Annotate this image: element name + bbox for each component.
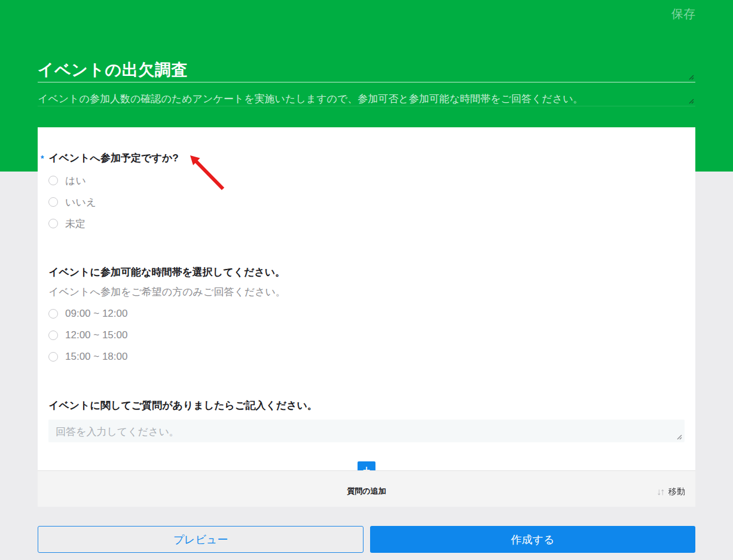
radio-option-row: はい (48, 170, 685, 191)
preview-button[interactable]: プレビュー (38, 526, 364, 553)
resize-grip-icon[interactable] (676, 433, 683, 440)
radio-option-label: いいえ (65, 195, 96, 209)
question-title[interactable]: イベントに参加可能な時間帯を選択してください。 (48, 267, 685, 278)
radio-button[interactable] (48, 219, 58, 228)
radio-button[interactable] (48, 176, 58, 185)
radio-option-label: 09:00 ~ 12:00 (65, 308, 127, 320)
question-card: * イベントへ参加予定ですか? はい いいえ 未定 (38, 127, 695, 507)
radio-button[interactable] (48, 352, 58, 362)
question-block-1: * イベントへ参加予定ですか? はい いいえ 未定 (48, 152, 685, 234)
radio-option-label: 12:00 ~ 15:00 (65, 329, 127, 341)
move-question-control[interactable]: ↓↑ 移動 (656, 486, 685, 497)
move-label: 移動 (668, 486, 685, 497)
question-title[interactable]: イベントへ参加予定ですか? (48, 152, 685, 164)
radio-option-row: いいえ (48, 191, 685, 213)
radio-option-label: はい (65, 174, 86, 188)
question-block-2: イベントに参加可能な時間帯を選択してください。 イベントへ参加をご希望の方のみご… (48, 267, 685, 368)
form-title-text: イベントの出欠調査 (38, 59, 695, 81)
radio-button[interactable] (48, 197, 58, 207)
create-button[interactable]: 作成する (370, 526, 695, 553)
radio-button[interactable] (48, 331, 58, 340)
radio-option-row: 15:00 ~ 18:00 (48, 346, 685, 368)
radio-option-label: 未定 (65, 217, 85, 231)
card-footer: 質問の追加 ↓↑ 移動 (38, 470, 695, 507)
question-title[interactable]: イベントに関してご質問がありましたらご記入ください。 (48, 400, 685, 411)
form-title-input[interactable]: イベントの出欠調査 (38, 59, 695, 82)
question-subtitle: イベントへ参加をご希望の方のみご回答ください。 (48, 286, 685, 298)
radio-option-row: 12:00 ~ 15:00 (48, 325, 685, 346)
radio-option-row: 未定 (48, 213, 685, 234)
save-button[interactable]: 保存 (671, 6, 695, 22)
resize-grip-icon[interactable] (688, 97, 695, 105)
resize-grip-icon[interactable] (688, 74, 695, 81)
question-block-3: イベントに関してご質問がありましたらご記入ください。 (48, 400, 685, 442)
form-description-text: イベントの参加人数の確認のためアンケートを実施いたしますので、参加可否と参加可能… (38, 92, 695, 106)
form-description-input[interactable]: イベントの参加人数の確認のためアンケートを実施いたしますので、参加可否と参加可能… (38, 92, 695, 106)
required-asterisk: * (41, 154, 44, 163)
answer-text-input[interactable] (48, 420, 685, 442)
add-question-label: 質問の追加 (347, 486, 386, 497)
move-arrows-icon: ↓↑ (656, 486, 664, 497)
radio-option-label: 15:00 ~ 18:00 (65, 351, 127, 363)
radio-option-row: 09:00 ~ 12:00 (48, 303, 685, 325)
radio-button[interactable] (48, 309, 58, 319)
